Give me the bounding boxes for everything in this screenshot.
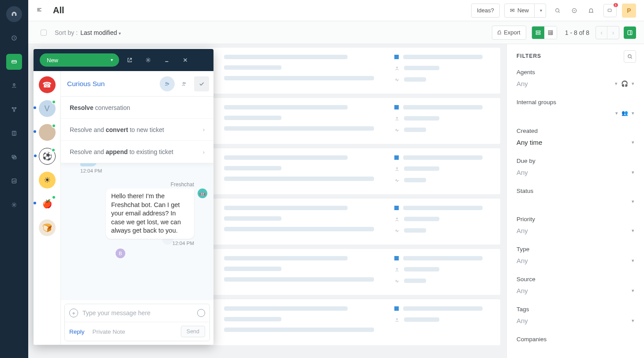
export-label: Export [504, 29, 520, 36]
chevron-right-icon: › [203, 126, 205, 133]
message-sender: Freshchat [67, 181, 194, 188]
conversation-status-dropdown[interactable]: New [40, 53, 119, 67]
menu-toggle-icon[interactable] [36, 7, 47, 14]
filter-agents-select[interactable]: Any▾🎧▾ [517, 78, 634, 89]
conversation-avatar[interactable] [39, 124, 56, 141]
send-button[interactable]: Send [181, 326, 205, 337]
nav-contacts[interactable] [6, 78, 22, 94]
view-table-toggle[interactable] [544, 26, 557, 39]
conversation-avatar[interactable]: ☎ [39, 76, 56, 93]
filters-panel-toggle[interactable] [624, 26, 636, 39]
message-timestamp: 12:04 PM [80, 168, 207, 173]
filter-source-select[interactable]: Any▾ [517, 285, 634, 296]
message-composer: + Reply Private Note Send [64, 304, 210, 341]
nav-tickets[interactable] [6, 54, 22, 70]
filters-panel: FILTERS Agents Any▾🎧▾ Internal groups ▾👥… [506, 44, 644, 358]
filter-dueby-select[interactable]: Any▾ [517, 167, 634, 178]
resolve-button[interactable] [194, 76, 209, 91]
new-button-group: ✉ New ▾ [504, 4, 546, 18]
contact-name-link[interactable]: Curious Sun [67, 80, 158, 88]
view-toggle [532, 26, 557, 39]
new-button-label: New [517, 7, 529, 14]
notification-icon[interactable] [587, 6, 595, 15]
svg-point-27 [168, 83, 169, 84]
chat-icon[interactable] [570, 6, 579, 15]
filters-title: FILTERS [517, 53, 634, 59]
filter-type-label: Type [517, 246, 634, 252]
conversation-avatar[interactable]: ⚽ [39, 148, 56, 165]
nav-social[interactable] [6, 102, 22, 117]
export-button[interactable]: ⎙ Export [492, 26, 526, 40]
search-icon[interactable] [553, 6, 562, 15]
svg-point-21 [397, 218, 398, 219]
conversation-avatar[interactable]: 🍞 [39, 219, 56, 236]
svg-point-25 [147, 59, 149, 61]
filter-created-select[interactable]: Any time▾ [517, 137, 634, 148]
profile-avatar[interactable]: P [622, 4, 636, 18]
svg-rect-14 [536, 30, 540, 32]
bot-avatar: 🤖 [198, 188, 207, 198]
assign-group-icon[interactable] [160, 76, 175, 91]
assign-agent-icon[interactable] [176, 76, 191, 91]
pager-prev[interactable]: ‹ [596, 26, 607, 39]
sort-value[interactable]: Last modified▾ [80, 29, 121, 36]
filter-status-select[interactable]: ▾ [517, 197, 634, 206]
view-card-toggle[interactable] [532, 26, 544, 39]
emoji-icon[interactable] [197, 309, 205, 317]
page-indicator: 1 - 8 of 8 [565, 29, 589, 36]
freshconnect-icon[interactable]: 1 [603, 4, 617, 17]
chevron-down-icon: ▾ [119, 31, 121, 36]
nav-forums[interactable] [6, 149, 22, 165]
nav-solutions[interactable] [6, 125, 22, 141]
svg-point-23 [397, 319, 398, 320]
resolve-conversation-option[interactable]: Resolve conversation [61, 97, 213, 119]
new-dropdown-toggle[interactable]: ▾ [535, 4, 546, 18]
conversation-avatar[interactable]: 🍎 [39, 196, 56, 212]
resolve-convert-option[interactable]: Resolve and convert to new ticket › [61, 119, 213, 141]
private-note-tab[interactable]: Private Note [93, 328, 125, 335]
pager-next[interactable]: › [607, 26, 619, 39]
filter-dueby-label: Due by [517, 158, 634, 164]
filter-priority-select[interactable]: Any▾ [517, 225, 634, 236]
user-icon [394, 65, 400, 71]
filter-groups-select[interactable]: ▾👥▾ [517, 108, 634, 118]
mail-icon: ✉ [510, 7, 515, 14]
nav-rail [0, 0, 28, 358]
filter-groups-label: Internal groups [517, 99, 634, 106]
filter-status-label: Status [517, 188, 634, 194]
select-all-checkbox[interactable] [41, 30, 47, 36]
new-button[interactable]: ✉ New [504, 4, 535, 18]
svg-point-28 [183, 82, 185, 84]
reply-tab[interactable]: Reply [69, 328, 85, 335]
svg-rect-13 [608, 9, 611, 11]
svg-point-5 [14, 110, 15, 112]
svg-point-10 [13, 204, 15, 206]
conversation-avatar[interactable]: V [39, 100, 56, 117]
open-in-new-icon[interactable] [122, 52, 138, 68]
filter-created-label: Created [517, 128, 634, 134]
filter-tags-select[interactable]: Any▾ [517, 315, 634, 326]
message-input[interactable] [82, 309, 193, 317]
filter-search-icon[interactable] [624, 50, 636, 63]
headphones-icon: 🎧 [621, 80, 628, 87]
close-icon[interactable] [177, 52, 193, 68]
resolve-menu: Resolve conversation Resolve and convert… [61, 97, 213, 163]
nav-dashboard[interactable] [6, 30, 22, 46]
filter-agents-label: Agents [517, 69, 634, 75]
nav-admin[interactable] [6, 197, 22, 213]
message-timestamp: 12:04 PM [67, 241, 194, 246]
resolve-append-option[interactable]: Resolve and append to existing ticket › [61, 141, 213, 163]
priority-indicator-icon [394, 55, 399, 59]
conversation-avatar[interactable]: ☀ [39, 172, 56, 188]
filter-tags-label: Tags [517, 306, 634, 313]
activity-icon [394, 77, 400, 82]
gear-icon[interactable] [140, 52, 156, 68]
people-icon: 👥 [622, 110, 628, 116]
attachment-add-icon[interactable]: + [69, 309, 78, 317]
page-title: All [53, 5, 64, 15]
filter-source-label: Source [517, 276, 634, 283]
ideas-button[interactable]: Ideas? [471, 4, 500, 18]
filter-type-select[interactable]: Any▾ [517, 255, 634, 266]
nav-reports[interactable] [6, 173, 22, 189]
minimize-icon[interactable] [159, 52, 175, 68]
